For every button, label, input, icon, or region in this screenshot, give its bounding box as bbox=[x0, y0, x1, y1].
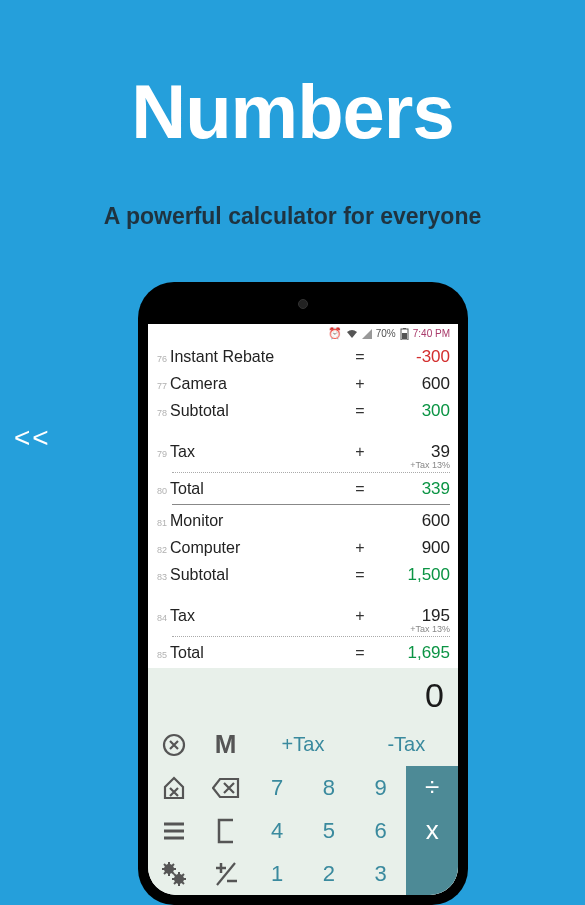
status-bar: ⏰ 70% 7:40 PM bbox=[148, 324, 458, 343]
previous-arrow[interactable]: << bbox=[14, 422, 51, 454]
history-row[interactable]: 82Computer+900 bbox=[152, 534, 450, 561]
key-3[interactable]: 3 bbox=[355, 852, 407, 895]
svg-rect-1 bbox=[402, 333, 407, 339]
delete-line-icon[interactable] bbox=[148, 766, 200, 809]
key-8[interactable]: 8 bbox=[303, 766, 355, 809]
battery-icon bbox=[400, 328, 409, 340]
key-5[interactable]: 5 bbox=[303, 809, 355, 852]
hero-subtitle: A powerful calculator for everyone bbox=[0, 203, 585, 230]
signal-icon bbox=[362, 329, 372, 339]
status-time: 7:40 PM bbox=[413, 328, 450, 339]
tax-minus-button[interactable]: -Tax bbox=[355, 723, 458, 766]
minus-button[interactable] bbox=[406, 852, 458, 895]
plus-minus-icon[interactable] bbox=[200, 852, 252, 895]
history-row[interactable]: 84Tax+195 bbox=[152, 602, 450, 629]
wifi-icon bbox=[346, 329, 358, 339]
history-row[interactable]: 85Total=1,695 bbox=[152, 639, 450, 666]
backspace-icon[interactable] bbox=[200, 766, 252, 809]
clear-entry-icon[interactable] bbox=[148, 723, 200, 766]
history-row[interactable]: 77Camera+600 bbox=[152, 370, 450, 397]
tax-plus-button[interactable]: +Tax bbox=[251, 723, 354, 766]
battery-percent: 70% bbox=[376, 328, 396, 339]
history-row[interactable]: 81Monitor600 bbox=[152, 507, 450, 534]
history-row[interactable]: 80Total=339 bbox=[152, 475, 450, 502]
phone-frame: ⏰ 70% 7:40 PM 76Instant Rebate=-30077Cam… bbox=[138, 282, 468, 905]
svg-rect-2 bbox=[403, 328, 406, 329]
history-row[interactable]: 83Subtotal=1,500 bbox=[152, 561, 450, 588]
multiply-button[interactable]: x bbox=[406, 809, 458, 852]
key-4[interactable]: 4 bbox=[251, 809, 303, 852]
calculation-history[interactable]: 76Instant Rebate=-30077Camera+60078Subto… bbox=[148, 343, 458, 668]
hero-title: Numbers bbox=[0, 0, 585, 155]
history-row[interactable]: 76Instant Rebate=-300 bbox=[152, 343, 450, 370]
phone-camera bbox=[298, 299, 308, 309]
history-row[interactable]: 78Subtotal=300 bbox=[152, 397, 450, 424]
phone-screen: ⏰ 70% 7:40 PM 76Instant Rebate=-30077Cam… bbox=[148, 324, 458, 895]
key-6[interactable]: 6 bbox=[355, 809, 407, 852]
key-7[interactable]: 7 bbox=[251, 766, 303, 809]
menu-icon[interactable] bbox=[148, 809, 200, 852]
key-9[interactable]: 9 bbox=[355, 766, 407, 809]
key-1[interactable]: 1 bbox=[251, 852, 303, 895]
calculator-display: 0 bbox=[148, 668, 458, 723]
divide-button[interactable]: ÷ bbox=[406, 766, 458, 809]
settings-icon[interactable] bbox=[148, 852, 200, 895]
history-row[interactable]: 79Tax+39 bbox=[152, 438, 450, 465]
key-2[interactable]: 2 bbox=[303, 852, 355, 895]
keypad: M +Tax -Tax 7 8 9 ÷ bbox=[148, 723, 458, 895]
memory-button[interactable]: M bbox=[200, 723, 252, 766]
alarm-icon: ⏰ bbox=[328, 327, 342, 340]
clear-icon[interactable] bbox=[200, 809, 252, 852]
